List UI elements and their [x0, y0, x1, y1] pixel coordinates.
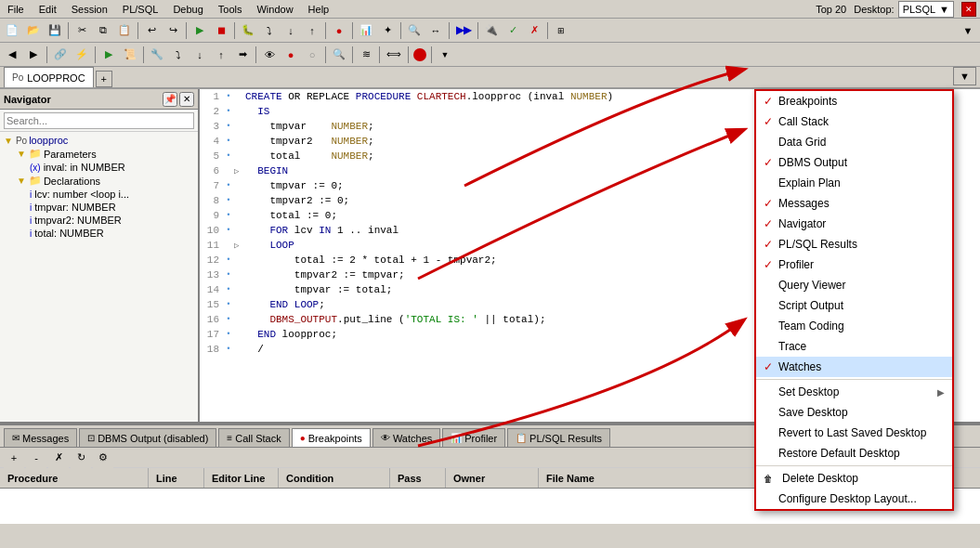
format-btn[interactable]: ✦	[377, 20, 398, 41]
undo-btn[interactable]: ↩	[141, 20, 162, 41]
nav-pin-btn[interactable]: 📌	[163, 92, 177, 107]
cut-btn[interactable]: ✂	[72, 20, 92, 41]
copy-btn[interactable]: ⧉	[93, 20, 113, 41]
tree-item-root[interactable]: ▼ Po loopproc	[0, 134, 198, 147]
menu-tools[interactable]: Tools	[215, 4, 246, 15]
menu-item-delete-desktop[interactable]: 🗑 Delete Desktop	[756, 468, 952, 489]
run-script-btn[interactable]: 📜	[120, 45, 140, 65]
menu-item-script-output[interactable]: Script Output	[756, 295, 952, 316]
back-btn[interactable]: ◀	[2, 45, 22, 65]
replace-btn[interactable]: ↔	[425, 20, 446, 41]
open-btn[interactable]: 📂	[23, 20, 44, 41]
menu-item-watches[interactable]: ✓ Watches	[756, 357, 952, 377]
addwatch-btn[interactable]: 👁	[259, 45, 280, 65]
menu-item-call-stack[interactable]: ✓ Call Stack	[756, 111, 952, 132]
disconnect-btn[interactable]: ⚡	[72, 45, 92, 65]
bp-remove-btn[interactable]: -	[26, 448, 46, 468]
beautify-btn[interactable]: ≋	[356, 45, 376, 65]
stepover2-btn[interactable]: ⤵	[168, 45, 189, 65]
db-connect-btn[interactable]: 🔌	[481, 20, 502, 41]
forward-btn[interactable]: ▶	[23, 45, 44, 65]
search-btn[interactable]: 🔍	[404, 20, 425, 41]
menu-item-query-viewer[interactable]: Query Viewer	[756, 275, 952, 295]
rollback-btn[interactable]: ✗	[524, 20, 544, 41]
step-over-btn[interactable]: ⤵	[259, 20, 280, 41]
tree-item-tmpvar[interactable]: i tmpvar: NUMBER	[0, 201, 198, 214]
bp-refresh-btn[interactable]: ↻	[71, 448, 91, 468]
tab-plsql-results[interactable]: 📋 PL/SQL Results	[507, 428, 610, 447]
menu-item-restore-desktop[interactable]: Restore Default Desktop	[756, 443, 952, 463]
menu-item-revert-desktop[interactable]: Revert to Last Saved Desktop	[756, 423, 952, 443]
menu-item-configure-layout[interactable]: Configure Desktop Layout...	[756, 489, 952, 509]
runtocursor-btn[interactable]: ➡	[232, 45, 253, 65]
tab-profiler[interactable]: 📊 Profiler	[442, 428, 505, 447]
new-btn[interactable]: 📄	[2, 20, 22, 41]
debug2-btn[interactable]: 🔧	[147, 45, 167, 65]
menu-item-data-grid[interactable]: Data Grid	[756, 132, 952, 152]
window-menu-btn[interactable]: ▼	[953, 67, 976, 85]
menu-window[interactable]: Window	[253, 4, 296, 15]
menu-help[interactable]: Help	[305, 4, 333, 15]
add-tab-btn[interactable]: +	[96, 71, 112, 87]
desktop-dropdown[interactable]: PLSQL ▼	[898, 1, 954, 18]
menu-item-trace[interactable]: Trace	[756, 336, 952, 357]
tab-dbms-output[interactable]: ⊡ DBMS Output (disabled)	[79, 428, 216, 447]
tab-messages[interactable]: ✉ Messages	[4, 428, 77, 447]
menu-item-save-desktop[interactable]: Save Desktop	[756, 402, 952, 423]
tab-watches[interactable]: 👁 Watches	[372, 428, 440, 447]
nav-search-input[interactable]	[4, 112, 194, 129]
loopproc-tab[interactable]: Po LOOPPROC	[4, 67, 94, 87]
removebreakpoint-btn[interactable]: ○	[302, 45, 322, 65]
tree-item-decl[interactable]: ▼ 📁 Declarations	[0, 174, 198, 188]
tree-item-inval[interactable]: (x) inval: in NUMBER	[0, 161, 198, 174]
close-window-btn[interactable]: ✕	[961, 2, 976, 17]
save-btn[interactable]: 💾	[45, 20, 65, 41]
bp-clear-btn[interactable]: ✗	[48, 448, 69, 468]
paste-btn[interactable]: 📋	[114, 20, 135, 41]
stepinto2-btn[interactable]: ↓	[189, 45, 210, 65]
menu-item-navigator[interactable]: ✓ Navigator	[756, 214, 952, 234]
more-btn[interactable]: ▼	[435, 45, 455, 65]
step-out-btn[interactable]: ↑	[302, 20, 322, 41]
bp-settings-btn[interactable]: ⚙	[93, 448, 113, 468]
debug-btn[interactable]: 🐛	[238, 20, 258, 41]
menu-item-breakpoints[interactable]: ✓ Breakpoints	[756, 91, 952, 111]
menu-item-profiler[interactable]: ✓ Profiler	[756, 254, 952, 275]
menu-file[interactable]: File	[4, 4, 28, 15]
tree-item-total[interactable]: i total: NUMBER	[0, 227, 198, 240]
redo-btn[interactable]: ↪	[163, 20, 183, 41]
menu-plobject[interactable]: PL/SQL	[119, 4, 163, 15]
tree-item-tmpvar2[interactable]: i tmpvar2: NUMBER	[0, 214, 198, 227]
menu-item-plsql-results[interactable]: ✓ PL/SQL Results	[756, 234, 952, 254]
tree-item-params[interactable]: ▼ 📁 Parameters	[0, 147, 198, 161]
step-into-btn[interactable]: ↓	[281, 20, 301, 41]
tab-call-stack[interactable]: ≡ Call Stack	[218, 428, 289, 447]
stepout2-btn[interactable]: ↑	[211, 45, 231, 65]
menu-session[interactable]: Session	[68, 4, 111, 15]
run-btn[interactable]: ▶	[189, 20, 210, 41]
nav-close-btn[interactable]: ✕	[179, 92, 194, 107]
menu-item-team-coding[interactable]: Team Coding	[756, 316, 952, 336]
tree-item-lcv[interactable]: i lcv: number <loop i...	[0, 188, 198, 201]
menu-item-dbms-output[interactable]: ✓ DBMS Output	[756, 152, 952, 173]
tab-breakpoints[interactable]: ● Breakpoints	[292, 428, 371, 447]
compare-btn[interactable]: ⟺	[383, 45, 405, 65]
stop-btn[interactable]: ◼	[211, 20, 231, 41]
view-windows-btn[interactable]: ⊞	[551, 20, 571, 41]
bp-add-btn[interactable]: +	[4, 448, 24, 468]
menu-item-set-desktop[interactable]: Set Desktop ▶	[756, 382, 952, 402]
menu-toggle-btn[interactable]: ▼	[958, 20, 978, 41]
menu-item-explain-plan[interactable]: Explain Plan	[756, 173, 952, 193]
menu-edit[interactable]: Edit	[35, 4, 60, 15]
compile-btn[interactable]: ▶▶	[452, 20, 475, 41]
addbreakpoint-btn[interactable]: ●	[281, 45, 301, 65]
navigator-title: Navigator	[4, 94, 51, 105]
findobj-btn[interactable]: 🔍	[329, 45, 349, 65]
commit-btn[interactable]: ✓	[503, 20, 523, 41]
menu-debug[interactable]: Debug	[169, 4, 206, 15]
breakpoint-btn[interactable]: ●	[329, 20, 349, 41]
menu-item-messages[interactable]: ✓ Messages	[756, 193, 952, 214]
new-session-btn[interactable]: 🔗	[50, 45, 71, 65]
explain-btn[interactable]: 📊	[356, 20, 376, 41]
run2-btn[interactable]: ▶	[98, 45, 119, 65]
